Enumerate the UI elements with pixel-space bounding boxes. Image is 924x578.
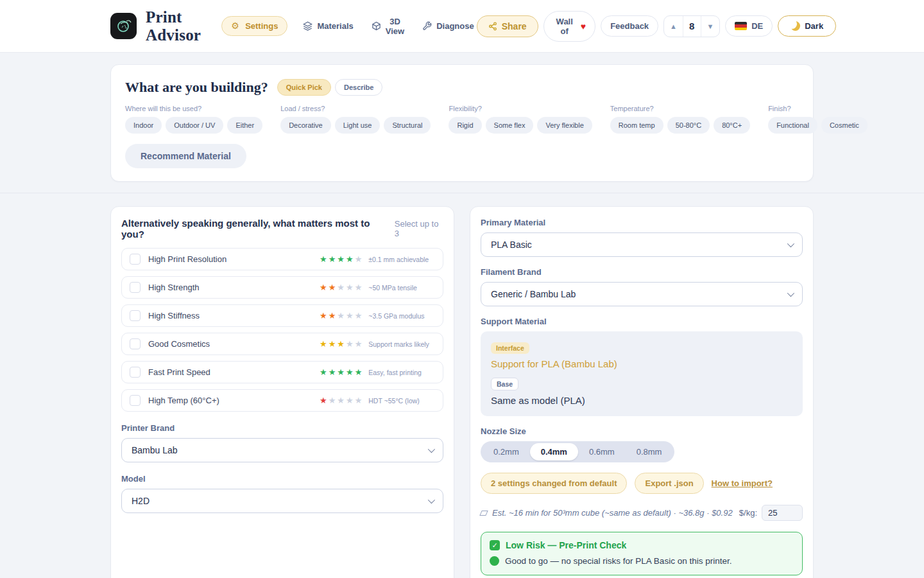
primary-material-select[interactable]: PLA Basic (481, 232, 803, 257)
tab-quick-pick[interactable]: Quick Pick (277, 79, 331, 96)
share-button[interactable]: Share (477, 15, 538, 37)
priorities-title: Alternatively speaking generally, what m… (121, 218, 384, 240)
chip-structural[interactable]: Structural (384, 117, 431, 134)
recommend-material-button[interactable]: Recommend Material (125, 144, 246, 168)
wall-of-love-button[interactable]: Wall of ♥ (543, 11, 596, 42)
chip-light-use[interactable]: Light use (335, 117, 381, 134)
interface-badge: Interface (491, 342, 529, 354)
priority-label: Good Cosmetics (148, 339, 210, 349)
priority-row-fast-print-speed[interactable]: Fast Print Speed★★★★★Easy, fast printing (121, 361, 443, 383)
priority-label: High Strength (148, 283, 200, 292)
chip-either[interactable]: Either (227, 117, 262, 134)
chevron-down-icon (787, 240, 794, 247)
primary-material-label: Primary Material (481, 218, 803, 227)
star-rating: ★★★★★ (320, 368, 363, 376)
tab-describe[interactable]: Describe (335, 79, 382, 96)
base-badge: Base (491, 378, 518, 390)
nav-materials[interactable]: Materials (300, 17, 355, 35)
priority-checkbox[interactable] (130, 338, 141, 349)
estimate-text: Est. ~16 min for 50³mm cube (~same as de… (492, 508, 733, 518)
priority-label: Fast Print Speed (148, 367, 210, 377)
priority-checkbox[interactable] (130, 282, 141, 293)
priority-row-high-print-resolution[interactable]: High Print Resolution★★★★★±0.1 mm achiev… (121, 248, 443, 270)
nav-diagnose[interactable]: Diagnose (420, 17, 477, 35)
priority-checkbox[interactable] (130, 310, 141, 321)
moon-icon (791, 21, 800, 31)
model-select[interactable]: H2D (121, 489, 443, 513)
nozzle-option-0-8mm[interactable]: 0.8mm (626, 443, 673, 460)
builder-card: What are you building? Quick PickDescrib… (110, 64, 814, 182)
chevron-down-icon (428, 496, 435, 504)
priority-label: High Stiffness (148, 311, 200, 320)
priority-note: ±0.1 mm achievable (368, 256, 429, 263)
chip-decorative[interactable]: Decorative (280, 117, 331, 134)
nozzle-option-0-4mm[interactable]: 0.4mm (530, 443, 578, 460)
chip-some-flex[interactable]: Some flex (486, 117, 534, 134)
nozzle-size-label: Nozzle Size (481, 426, 803, 436)
printer-brand-select[interactable]: Bambu Lab (121, 438, 443, 462)
cube-outline-icon (479, 511, 488, 516)
priority-row-high-temp-60-c[interactable]: High Temp (60°C+)★★★★★HDT ~55°C (low) (121, 389, 443, 412)
chip-outdoor-uv[interactable]: Outdoor / UV (166, 117, 223, 134)
priority-note: ~50 MPa tensile (368, 284, 417, 292)
app-logo-icon (110, 13, 137, 39)
star-rating: ★★★★★ (320, 311, 363, 320)
model-label: Model (121, 474, 443, 484)
preprint-check-card: ✓ Low Risk — Pre-Print Check Good to go … (481, 532, 803, 575)
chip-50-80-c[interactable]: 50-80°C (667, 117, 710, 134)
heart-icon: ♥ (581, 22, 586, 31)
price-per-kg-input[interactable] (762, 505, 803, 521)
settings-changed-button[interactable]: 2 settings changed from default (481, 473, 627, 494)
language-button[interactable]: DE (725, 15, 773, 37)
priority-checkbox[interactable] (130, 254, 141, 265)
question-group-load-stress: Load / stress?DecorativeLight useStructu… (280, 105, 431, 134)
support-base-value: Same as model (PLA) (491, 395, 792, 406)
nav-3d-view[interactable]: 3D View (369, 12, 407, 40)
priorities-panel: Alternatively speaking generally, what m… (110, 206, 454, 578)
theme-toggle-button[interactable]: Dark (778, 15, 836, 37)
question-group-flexibility: Flexibility?RigidSome flexVery flexible (449, 105, 592, 134)
builder-section: What are you building? Quick PickDescrib… (0, 53, 924, 193)
priorities-hint: Select up to 3 (395, 219, 443, 238)
main-section: Alternatively speaking generally, what m… (0, 193, 924, 578)
priority-row-high-strength[interactable]: High Strength★★★★★~50 MPa tensile (121, 276, 443, 299)
feedback-button[interactable]: Feedback (601, 15, 658, 37)
nozzle-option-0-6mm[interactable]: 0.6mm (578, 443, 626, 460)
group-label: Finish? (768, 105, 868, 112)
support-interface-value: Support for PLA (Bambu Lab) (491, 358, 792, 369)
priority-checkbox[interactable] (130, 367, 141, 378)
question-group-where-will-this-be-used: Where will this be used?IndoorOutdoor / … (125, 105, 262, 134)
priority-note: Support marks likely (368, 340, 429, 348)
filament-brand-select[interactable]: Generic / Bambu Lab (481, 282, 803, 306)
counter-stepper: ▲ 8 ▼ (663, 15, 720, 37)
builder-groups: Where will this be used?IndoorOutdoor / … (125, 105, 799, 134)
priority-row-good-cosmetics[interactable]: Good Cosmetics★★★★★Support marks likely (121, 333, 443, 355)
nozzle-size-segmented: 0.2mm0.4mm0.6mm0.8mm (481, 441, 674, 462)
export-json-button[interactable]: Export .json (635, 473, 703, 494)
counter-up-button[interactable]: ▲ (664, 16, 683, 37)
chip-very-flexible[interactable]: Very flexible (537, 117, 592, 134)
share-icon (488, 22, 497, 31)
star-rating: ★★★★★ (320, 255, 363, 263)
priority-checkbox[interactable] (130, 395, 141, 406)
chip-indoor[interactable]: Indoor (125, 117, 162, 134)
chip-rigid[interactable]: Rigid (449, 117, 481, 134)
question-group-finish: Finish?FunctionalCosmetic (768, 105, 868, 134)
priority-label: High Print Resolution (148, 254, 227, 264)
builder-tabs: Quick PickDescribe (277, 79, 383, 96)
risk-title: Low Risk — Pre-Print Check (506, 540, 626, 550)
priority-row-high-stiffness[interactable]: High Stiffness★★★★★~3.5 GPa modulus (121, 304, 443, 327)
green-check-icon: ✓ (490, 540, 500, 550)
priority-rows: High Print Resolution★★★★★±0.1 mm achiev… (121, 248, 443, 412)
chip-cosmetic[interactable]: Cosmetic (821, 117, 868, 134)
nozzle-option-0-2mm[interactable]: 0.2mm (483, 443, 530, 460)
priority-note: Easy, fast printing (368, 369, 422, 376)
star-rating: ★★★★★ (320, 396, 363, 405)
chip-room-temp[interactable]: Room temp (610, 117, 663, 134)
chip-functional[interactable]: Functional (768, 117, 817, 134)
chip-80-c[interactable]: 80°C+ (714, 117, 750, 134)
price-per-kg-label: $/kg: (739, 508, 757, 518)
counter-down-button[interactable]: ▼ (701, 16, 720, 37)
nav-settings[interactable]: ⚙Settings (221, 16, 287, 36)
how-to-import-link[interactable]: How to import? (712, 478, 773, 488)
